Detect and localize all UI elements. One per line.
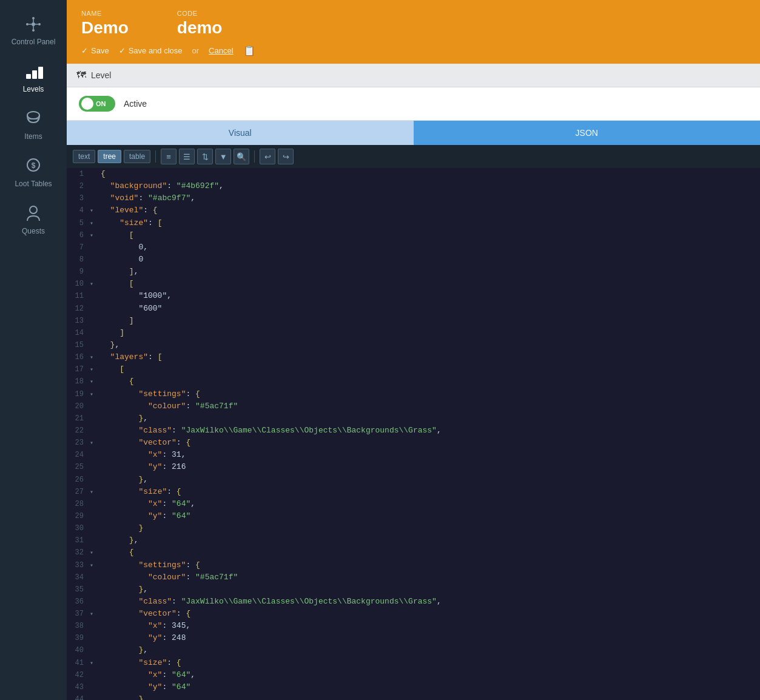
code-line-content: [ xyxy=(99,229,134,241)
line-number: 9 xyxy=(67,266,90,278)
save-close-button[interactable]: ✓ Save and close xyxy=(119,46,183,55)
code-line-content: "x": 345, xyxy=(99,620,190,632)
format-expand-button[interactable]: ☰ xyxy=(179,149,195,164)
collapse-arrow[interactable]: ▾ xyxy=(90,437,99,448)
collapse-arrow[interactable]: ▾ xyxy=(90,486,99,497)
collapse-arrow[interactable]: ▾ xyxy=(90,351,99,363)
line-number: 33 xyxy=(67,559,90,571)
code-line-content: }, xyxy=(99,644,148,656)
format-expand-icon: ☰ xyxy=(183,152,190,161)
view-tree-button[interactable]: tree xyxy=(98,150,121,163)
code-line-content: [ xyxy=(99,363,124,375)
collapse-arrow[interactable]: ▾ xyxy=(90,608,99,619)
collapse-arrow xyxy=(90,315,99,317)
sort-button[interactable]: ⇅ xyxy=(197,149,213,164)
collapse-arrow xyxy=(90,474,99,476)
header: NAME Demo CODE demo ✓ Save ✓ Save and cl… xyxy=(67,0,760,64)
code-line-content: "x": 31, xyxy=(99,449,186,461)
svg-point-12 xyxy=(27,112,39,119)
format-compact-button[interactable]: ≡ xyxy=(161,149,177,164)
table-row: 34 "colour": "#5ac71f" xyxy=(67,571,760,584)
tab-visual[interactable]: Visual xyxy=(67,121,414,145)
table-row: 19▾ "settings": { xyxy=(67,388,760,400)
collapse-arrow[interactable]: ▾ xyxy=(90,547,99,558)
line-number: 44 xyxy=(67,693,90,700)
collapse-arrow xyxy=(90,180,99,182)
code-line-content: "void": "#abc9f7", xyxy=(99,192,195,204)
code-line-content: 0 xyxy=(99,254,143,266)
save-button[interactable]: ✓ Save xyxy=(81,46,109,55)
toolbar-separator-2 xyxy=(254,150,255,163)
code-line-content: "1000", xyxy=(99,290,172,302)
view-text-button[interactable]: text xyxy=(73,150,95,163)
line-number: 39 xyxy=(67,632,90,644)
line-number: 5 xyxy=(67,217,90,229)
collapse-arrow[interactable]: ▾ xyxy=(90,363,99,375)
table-row: 43 "y": "64" xyxy=(67,681,760,693)
sidebar-item-items[interactable]: Items xyxy=(0,101,67,148)
code-line-content: "colour": "#5ac71f" xyxy=(99,400,238,412)
line-number: 22 xyxy=(67,425,90,437)
collapse-arrow[interactable]: ▾ xyxy=(90,204,99,216)
collapse-arrow[interactable]: ▾ xyxy=(90,388,99,400)
collapse-arrow[interactable]: ▾ xyxy=(90,229,99,241)
sidebar-item-control-panel[interactable]: Control Panel xyxy=(0,6,67,53)
svg-point-2 xyxy=(32,29,35,32)
table-row: 9 ], xyxy=(67,266,760,278)
collapse-arrow xyxy=(90,449,99,451)
collapse-arrow xyxy=(90,192,99,194)
collapse-arrow[interactable]: ▾ xyxy=(90,559,99,571)
redo-button[interactable]: ↪ xyxy=(278,149,294,164)
collapse-arrow xyxy=(90,620,99,622)
table-row: 38 "x": 345, xyxy=(67,620,760,632)
table-row: 10▾ [ xyxy=(67,278,760,290)
code-line-content: "600" xyxy=(99,303,162,315)
line-number: 2 xyxy=(67,180,90,192)
code-line-content: }, xyxy=(99,474,148,486)
loot-tables-icon: $ xyxy=(22,155,44,177)
or-text: or xyxy=(192,46,200,55)
collapse-arrow[interactable]: ▾ xyxy=(90,375,99,387)
undo-icon: ↩ xyxy=(264,152,271,161)
code-line-content: "size": { xyxy=(99,486,181,498)
line-number: 1 xyxy=(67,168,90,180)
check-icon: ✓ xyxy=(81,46,88,55)
svg-rect-9 xyxy=(26,74,31,79)
line-number: 43 xyxy=(67,681,90,693)
filter-button[interactable]: ▼ xyxy=(215,149,231,164)
code-editor[interactable]: 1{2 "background": "#4b692f",3 "void": "#… xyxy=(67,168,760,700)
tab-json[interactable]: JSON xyxy=(414,121,761,145)
redo-icon: ↪ xyxy=(283,152,289,161)
sidebar-item-levels[interactable]: Levels xyxy=(0,53,67,101)
line-number: 26 xyxy=(67,474,90,486)
line-number: 14 xyxy=(67,327,90,339)
cancel-button[interactable]: Cancel xyxy=(209,46,233,55)
collapse-arrow xyxy=(90,461,99,463)
collapse-arrow[interactable]: ▾ xyxy=(90,278,99,289)
sidebar-item-label: Items xyxy=(24,132,42,141)
sidebar-item-loot-tables[interactable]: $ Loot Tables xyxy=(0,148,67,195)
collapse-arrow xyxy=(90,571,99,573)
collapse-arrow[interactable]: ▾ xyxy=(90,657,99,668)
active-toggle[interactable]: ON xyxy=(79,96,115,112)
sidebar-item-quests[interactable]: Quests xyxy=(0,195,67,243)
line-number: 24 xyxy=(67,449,90,461)
table-row: 7 0, xyxy=(67,241,760,254)
toggle-circle xyxy=(81,98,93,110)
svg-text:$: $ xyxy=(32,161,36,170)
table-row: 13 ] xyxy=(67,315,760,327)
code-line-content: 0, xyxy=(99,241,148,254)
search-button[interactable]: 🔍 xyxy=(234,149,249,164)
view-table-button[interactable]: table xyxy=(124,150,150,163)
sidebar-item-label: Loot Tables xyxy=(15,180,52,188)
line-number: 11 xyxy=(67,290,90,302)
code-line-content: "layers": [ xyxy=(99,351,162,363)
table-row: 11 "1000", xyxy=(67,290,760,302)
undo-button[interactable]: ↩ xyxy=(260,149,275,164)
line-number: 42 xyxy=(67,669,90,681)
collapse-arrow[interactable]: ▾ xyxy=(90,217,99,229)
table-row: 6▾ [ xyxy=(67,229,760,241)
table-row: 15 }, xyxy=(67,339,760,351)
level-icon: 🗺 xyxy=(76,70,86,81)
line-number: 15 xyxy=(67,339,90,351)
